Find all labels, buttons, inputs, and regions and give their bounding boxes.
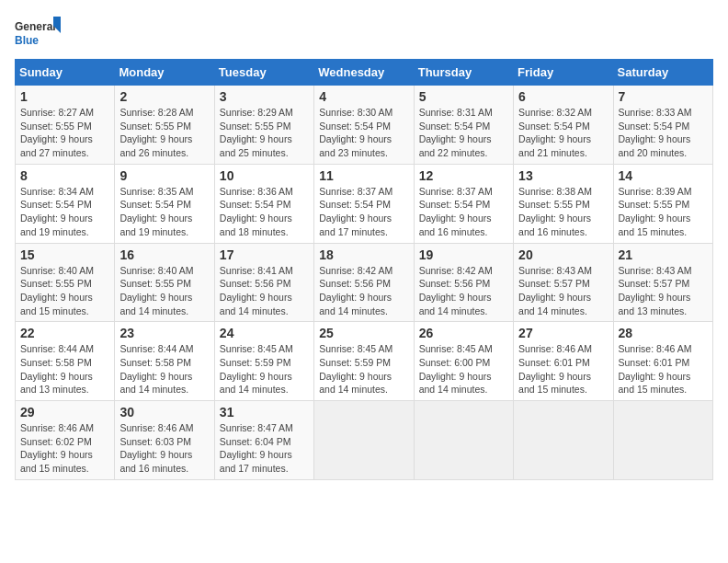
day-number: 3 xyxy=(220,89,309,104)
day-info: Sunrise: 8:41 AMSunset: 5:56 PMDaylight:… xyxy=(220,264,309,318)
day-number: 29 xyxy=(20,405,109,419)
calendar-cell: 28Sunrise: 8:46 AMSunset: 6:01 PMDayligh… xyxy=(613,322,712,401)
day-info: Sunrise: 8:45 AMSunset: 6:00 PMDaylight:… xyxy=(419,342,508,396)
day-info: Sunrise: 8:42 AMSunset: 5:56 PMDaylight:… xyxy=(319,264,408,318)
calendar-cell: 17Sunrise: 8:41 AMSunset: 5:56 PMDayligh… xyxy=(214,243,313,322)
day-number: 27 xyxy=(518,326,608,340)
logo: General Blue xyxy=(15,15,61,52)
calendar-cell: 13Sunrise: 8:38 AMSunset: 5:55 PMDayligh… xyxy=(514,164,613,243)
day-number: 26 xyxy=(419,326,508,340)
calendar-cell: 14Sunrise: 8:39 AMSunset: 5:55 PMDayligh… xyxy=(613,164,712,243)
calendar-cell: 7Sunrise: 8:33 AMSunset: 5:54 PMDaylight… xyxy=(613,86,712,165)
day-info: Sunrise: 8:46 AMSunset: 6:01 PMDaylight:… xyxy=(619,342,708,396)
day-number: 9 xyxy=(119,168,209,183)
day-info: Sunrise: 8:46 AMSunset: 6:01 PMDaylight:… xyxy=(518,342,608,396)
day-info: Sunrise: 8:42 AMSunset: 5:56 PMDaylight:… xyxy=(419,264,508,318)
day-info: Sunrise: 8:29 AMSunset: 5:55 PMDaylight:… xyxy=(220,106,309,160)
calendar-cell: 24Sunrise: 8:45 AMSunset: 5:59 PMDayligh… xyxy=(214,322,313,401)
calendar-body: 1Sunrise: 8:27 AMSunset: 5:55 PMDaylight… xyxy=(16,86,713,480)
day-number: 15 xyxy=(20,247,109,262)
calendar-cell xyxy=(314,401,414,480)
day-info: Sunrise: 8:31 AMSunset: 5:54 PMDaylight:… xyxy=(419,106,508,160)
day-number: 28 xyxy=(619,326,708,340)
day-info: Sunrise: 8:46 AMSunset: 6:02 PMDaylight:… xyxy=(20,421,109,476)
day-number: 6 xyxy=(518,89,608,104)
calendar-cell: 16Sunrise: 8:40 AMSunset: 5:55 PMDayligh… xyxy=(115,243,214,322)
calendar-cell: 12Sunrise: 8:37 AMSunset: 5:54 PMDayligh… xyxy=(414,164,513,243)
calendar-cell xyxy=(414,401,513,480)
calendar-table: SundayMondayTuesdayWednesdayThursdayFrid… xyxy=(15,59,713,480)
calendar-cell: 30Sunrise: 8:46 AMSunset: 6:03 PMDayligh… xyxy=(115,401,214,480)
calendar-week-4: 22Sunrise: 8:44 AMSunset: 5:58 PMDayligh… xyxy=(16,322,713,401)
day-number: 20 xyxy=(518,247,608,262)
day-number: 12 xyxy=(419,168,508,183)
day-number: 24 xyxy=(220,326,309,340)
day-number: 31 xyxy=(220,405,309,419)
weekday-header-wednesday: Wednesday xyxy=(314,60,414,86)
logo-svg: General Blue xyxy=(15,15,61,52)
day-info: Sunrise: 8:45 AMSunset: 5:59 PMDaylight:… xyxy=(319,342,408,396)
weekday-header-monday: Monday xyxy=(115,60,214,86)
calendar-cell: 6Sunrise: 8:32 AMSunset: 5:54 PMDaylight… xyxy=(514,86,613,165)
day-number: 10 xyxy=(220,168,309,183)
calendar-cell: 21Sunrise: 8:43 AMSunset: 5:57 PMDayligh… xyxy=(613,243,712,322)
calendar-cell: 18Sunrise: 8:42 AMSunset: 5:56 PMDayligh… xyxy=(314,243,414,322)
day-info: Sunrise: 8:47 AMSunset: 6:04 PMDaylight:… xyxy=(220,421,309,476)
header: General Blue xyxy=(15,15,713,52)
day-info: Sunrise: 8:33 AMSunset: 5:54 PMDaylight:… xyxy=(619,106,708,160)
day-info: Sunrise: 8:44 AMSunset: 5:58 PMDaylight:… xyxy=(119,342,209,396)
day-number: 1 xyxy=(20,89,109,104)
calendar-cell: 10Sunrise: 8:36 AMSunset: 5:54 PMDayligh… xyxy=(214,164,313,243)
weekday-header-saturday: Saturday xyxy=(613,60,712,86)
day-info: Sunrise: 8:46 AMSunset: 6:03 PMDaylight:… xyxy=(119,421,209,476)
day-info: Sunrise: 8:38 AMSunset: 5:55 PMDaylight:… xyxy=(518,185,608,239)
day-number: 5 xyxy=(419,89,508,104)
day-number: 14 xyxy=(619,168,708,183)
day-info: Sunrise: 8:43 AMSunset: 5:57 PMDaylight:… xyxy=(619,264,708,318)
day-number: 7 xyxy=(619,89,708,104)
day-number: 17 xyxy=(220,247,309,262)
calendar-cell: 22Sunrise: 8:44 AMSunset: 5:58 PMDayligh… xyxy=(16,322,115,401)
calendar-cell: 26Sunrise: 8:45 AMSunset: 6:00 PMDayligh… xyxy=(414,322,513,401)
weekday-header-tuesday: Tuesday xyxy=(214,60,313,86)
calendar-cell: 9Sunrise: 8:35 AMSunset: 5:54 PMDaylight… xyxy=(115,164,214,243)
calendar-cell: 5Sunrise: 8:31 AMSunset: 5:54 PMDaylight… xyxy=(414,86,513,165)
day-info: Sunrise: 8:30 AMSunset: 5:54 PMDaylight:… xyxy=(319,106,408,160)
calendar-cell: 31Sunrise: 8:47 AMSunset: 6:04 PMDayligh… xyxy=(214,401,313,480)
day-number: 19 xyxy=(419,247,508,262)
day-info: Sunrise: 8:36 AMSunset: 5:54 PMDaylight:… xyxy=(220,185,309,239)
calendar-cell: 20Sunrise: 8:43 AMSunset: 5:57 PMDayligh… xyxy=(514,243,613,322)
weekday-header-thursday: Thursday xyxy=(414,60,513,86)
day-info: Sunrise: 8:27 AMSunset: 5:55 PMDaylight:… xyxy=(20,106,109,160)
day-info: Sunrise: 8:40 AMSunset: 5:55 PMDaylight:… xyxy=(20,264,109,318)
day-number: 21 xyxy=(619,247,708,262)
weekday-header-friday: Friday xyxy=(514,60,613,86)
day-number: 16 xyxy=(119,247,209,262)
weekday-header-sunday: Sunday xyxy=(16,60,115,86)
calendar-cell: 23Sunrise: 8:44 AMSunset: 5:58 PMDayligh… xyxy=(115,322,214,401)
day-info: Sunrise: 8:45 AMSunset: 5:59 PMDaylight:… xyxy=(220,342,309,396)
calendar-week-1: 1Sunrise: 8:27 AMSunset: 5:55 PMDaylight… xyxy=(16,86,713,165)
day-number: 8 xyxy=(20,168,109,183)
day-number: 22 xyxy=(20,326,109,340)
calendar-cell: 19Sunrise: 8:42 AMSunset: 5:56 PMDayligh… xyxy=(414,243,513,322)
calendar-cell: 4Sunrise: 8:30 AMSunset: 5:54 PMDaylight… xyxy=(314,86,414,165)
calendar-cell xyxy=(613,401,712,480)
calendar-cell: 29Sunrise: 8:46 AMSunset: 6:02 PMDayligh… xyxy=(16,401,115,480)
day-info: Sunrise: 8:34 AMSunset: 5:54 PMDaylight:… xyxy=(20,185,109,239)
day-info: Sunrise: 8:37 AMSunset: 5:54 PMDaylight:… xyxy=(419,185,508,239)
day-info: Sunrise: 8:44 AMSunset: 5:58 PMDaylight:… xyxy=(20,342,109,396)
day-info: Sunrise: 8:28 AMSunset: 5:55 PMDaylight:… xyxy=(119,106,209,160)
calendar-header-row: SundayMondayTuesdayWednesdayThursdayFrid… xyxy=(16,60,713,86)
day-number: 18 xyxy=(319,247,408,262)
day-number: 13 xyxy=(518,168,608,183)
day-info: Sunrise: 8:32 AMSunset: 5:54 PMDaylight:… xyxy=(518,106,608,160)
day-info: Sunrise: 8:37 AMSunset: 5:54 PMDaylight:… xyxy=(319,185,408,239)
day-info: Sunrise: 8:35 AMSunset: 5:54 PMDaylight:… xyxy=(119,185,209,239)
calendar-cell: 27Sunrise: 8:46 AMSunset: 6:01 PMDayligh… xyxy=(514,322,613,401)
calendar-cell: 2Sunrise: 8:28 AMSunset: 5:55 PMDaylight… xyxy=(115,86,214,165)
calendar-cell: 11Sunrise: 8:37 AMSunset: 5:54 PMDayligh… xyxy=(314,164,414,243)
calendar-week-2: 8Sunrise: 8:34 AMSunset: 5:54 PMDaylight… xyxy=(16,164,713,243)
calendar-cell: 8Sunrise: 8:34 AMSunset: 5:54 PMDaylight… xyxy=(16,164,115,243)
calendar-cell: 3Sunrise: 8:29 AMSunset: 5:55 PMDaylight… xyxy=(214,86,313,165)
